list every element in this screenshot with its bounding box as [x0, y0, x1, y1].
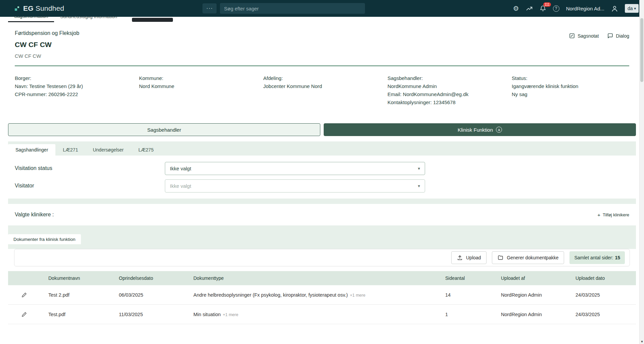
- table-row: Test 2.pdf 06/03/2025 Andre helbredsoply…: [8, 285, 636, 305]
- language-value: da: [628, 6, 633, 11]
- visitation-status-select[interactable]: Ikke valgt ▾: [165, 162, 425, 175]
- document-name: Test.pdf: [40, 312, 111, 317]
- col-dokumentnavn: Dokumentnavn: [40, 275, 111, 281]
- tab-sundhedsfaglig-information[interactable]: Sundhedsfaglig information: [54, 17, 123, 22]
- eg-logo-icon: [15, 5, 20, 11]
- visitator-row: Visitator Ikke valgt ▾: [15, 178, 629, 193]
- tab-lae271[interactable]: LÆ271: [55, 144, 85, 156]
- klinisk-funktion-button-label: Klinisk Funktion: [458, 127, 493, 133]
- generer-dokumentpakke-button[interactable]: Generer dokumentpakke: [492, 251, 564, 264]
- document-uploaded-by: NordRegion Admin: [493, 292, 567, 298]
- vertical-scrollbar[interactable]: ▼: [639, 0, 644, 344]
- documents-table-header: Dokumentnavn Oprindelsesdato Dokumenttyp…: [8, 271, 636, 285]
- notification-count-badge: 111: [543, 2, 551, 7]
- col-dokumenttype: Dokumenttype: [185, 275, 437, 281]
- language-selector[interactable]: da ▾: [625, 4, 639, 13]
- sagsbehandler-button-label: Sagsbehandler: [147, 127, 181, 133]
- col-uploadet-dato: Uploadet dato: [567, 275, 636, 281]
- sagsbehandler-button[interactable]: Sagsbehandler: [8, 123, 320, 136]
- borger-cpr: CPR-nummer: 260296-2222: [15, 90, 132, 98]
- tilfoej-klinikere-button[interactable]: + Tilføj klinikere: [597, 212, 629, 218]
- document-name: Test 2.pdf: [40, 292, 111, 298]
- notifications-bell-icon[interactable]: 111: [540, 5, 546, 12]
- more-options-button[interactable]: ···: [202, 3, 217, 13]
- borger-label: Borger:: [15, 74, 132, 82]
- sagsbehandler-email: Email: NordKommuneAdmin@eg.dk: [387, 90, 505, 98]
- account-icon[interactable]: [611, 5, 618, 12]
- page-tabs-cutoff: Sagsinformation Sundhedsfaglig informati…: [0, 17, 644, 22]
- search-input[interactable]: [220, 3, 365, 14]
- valgte-klinikere-label: Valgte klinikere :: [15, 212, 54, 218]
- sagsbehandler-label: Sagsbehandler:: [387, 74, 505, 82]
- pencil-icon: [21, 292, 27, 298]
- document-type: Andre helbredsoplysninger (Fx psykolog, …: [185, 292, 437, 298]
- edit-document-button[interactable]: [8, 292, 40, 298]
- app-logo[interactable]: EGSundhed: [15, 4, 64, 12]
- top-navigation-bar: EGSundhed ··· ⚙ 111 ? NordRegion Ad...: [0, 0, 644, 17]
- visitator-placeholder: Ikke valgt: [170, 183, 191, 189]
- document-pages: 14: [437, 292, 493, 298]
- brand-light: Sundhed: [36, 4, 64, 12]
- visitator-select[interactable]: Ikke valgt ▾: [165, 179, 425, 192]
- document-type: Min situation+1 mere: [185, 312, 437, 317]
- chevron-down-icon: ▾: [418, 183, 420, 188]
- dark-overlay-fragment: [132, 18, 173, 22]
- tab-lae275[interactable]: LÆ275: [131, 144, 161, 156]
- tab-sagsinformation[interactable]: Sagsinformation: [8, 17, 54, 22]
- dialog-label: Dialog: [616, 33, 629, 39]
- info-kommune: Kommune: Nord Kommune: [139, 74, 257, 106]
- documents-panel: Upload Generer dokumentpakke Samlet anta…: [8, 249, 636, 344]
- dialog-button[interactable]: Dialog: [607, 33, 629, 39]
- info-afdeling: Afdeling: Jobcenter Kommune Nord: [263, 74, 381, 106]
- upload-button[interactable]: Upload: [451, 251, 487, 264]
- visitator-label: Visitator: [15, 183, 165, 189]
- edit-document-button[interactable]: [8, 312, 40, 317]
- visitation-status-row: Visitation status Ikke valgt ▾: [15, 161, 629, 176]
- document-type-text: Andre helbredsoplysninger (Fx psykolog, …: [193, 292, 348, 298]
- afdeling-label: Afdeling:: [263, 74, 381, 82]
- generer-dokumentpakke-label: Generer dokumentpakke: [507, 255, 558, 260]
- scrollbar-thumb[interactable]: [640, 18, 643, 82]
- scroll-down-arrow[interactable]: ▼: [640, 340, 644, 343]
- document-uploaded-date: 24/03/2025: [567, 292, 636, 298]
- case-actions: Sagsnotat Dialog: [569, 30, 629, 59]
- more-types-label: +1 mere: [223, 312, 238, 317]
- role-switch-buttons: Sagsbehandler Klinisk Funktion a: [8, 123, 636, 136]
- settings-gear-icon[interactable]: ⚙: [513, 5, 519, 12]
- visitation-status-value: Ikke valgt: [170, 166, 191, 171]
- plus-icon: +: [597, 212, 600, 218]
- tab-dokumenter-fra-klinisk-funktion[interactable]: Dokumenter fra klinisk funktion: [8, 234, 81, 244]
- info-status: Status: Igangværende klinisk funktion Ny…: [512, 74, 629, 106]
- status-value: Igangværende klinisk funktion: [512, 82, 629, 90]
- chevron-down-icon: ▾: [634, 6, 636, 11]
- folder-icon: [498, 255, 503, 261]
- case-header: Førtidspension og Fleksjob CW CF CW CW C…: [0, 22, 644, 119]
- help-icon[interactable]: ?: [553, 5, 559, 12]
- kommune-value: Nord Kommune: [139, 82, 257, 90]
- note-icon: [569, 33, 575, 39]
- kommune-label: Kommune:: [139, 74, 257, 82]
- case-category: Førtidspension og Fleksjob: [15, 30, 79, 36]
- sagsnotat-button[interactable]: Sagsnotat: [569, 33, 599, 39]
- status-label: Status:: [512, 74, 629, 82]
- tab-undersoegelser[interactable]: Undersøgelser: [85, 144, 131, 156]
- col-sideantal: Sideantal: [437, 275, 493, 281]
- user-name[interactable]: NordRegion Ad...: [566, 6, 604, 11]
- chat-bubble-icon: [607, 33, 613, 39]
- visitation-form: Visitation status Ikke valgt ▾ Visitator…: [8, 156, 636, 199]
- sagsbehandler-name: NordKommune Admin: [387, 82, 505, 90]
- document-uploaded-by: NordRegion Admin: [493, 312, 567, 317]
- more-types-label: +1 mere: [350, 293, 365, 298]
- document-uploaded-date: 24/03/2025: [567, 312, 636, 317]
- statistics-trend-icon[interactable]: [526, 5, 533, 12]
- tab-sagshandlinger[interactable]: Sagshandlinger: [8, 144, 55, 156]
- documents-toolbar: Upload Generer dokumentpakke Samlet anta…: [14, 249, 630, 266]
- klinisk-funktion-button[interactable]: Klinisk Funktion a: [324, 123, 636, 136]
- sagsnotat-label: Sagsnotat: [578, 33, 599, 39]
- upload-label: Upload: [466, 255, 481, 260]
- document-origin-date: 06/03/2025: [111, 292, 185, 298]
- documents-table: Dokumentnavn Oprindelsesdato Dokumenttyp…: [8, 271, 636, 324]
- case-actions-section: Sagshandlinger LÆ271 Undersøgelser LÆ275…: [8, 141, 636, 344]
- case-subtitle: CW CF CW: [15, 53, 79, 59]
- borger-name: Navn: Testine Testesen (29 år): [15, 82, 132, 90]
